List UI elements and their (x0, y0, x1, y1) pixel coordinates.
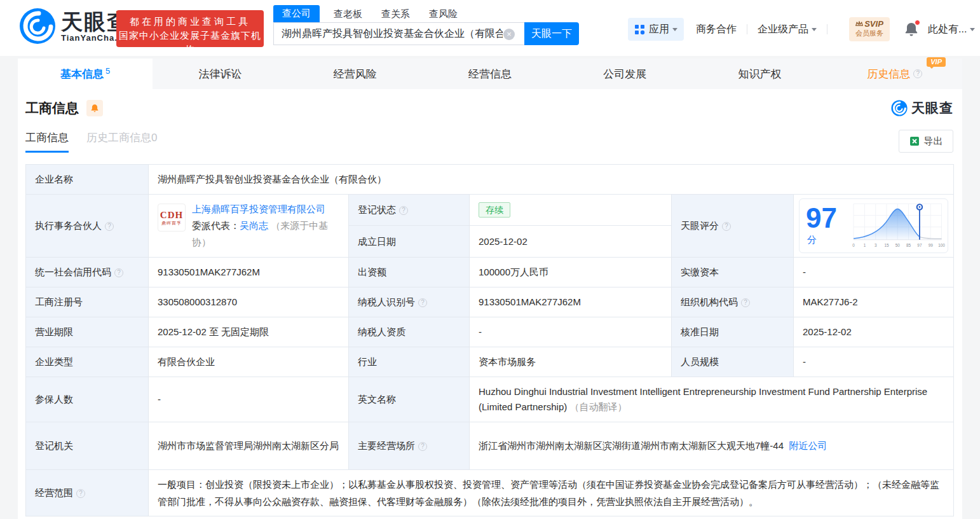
divider (827, 24, 827, 34)
tab-intellectual-property[interactable]: 知识产权 (692, 59, 827, 89)
section-title: 工商信息 (25, 99, 79, 117)
tab-history-info[interactable]: 历史信息 VIP (827, 59, 962, 89)
field-label: 登记状态 (349, 195, 470, 226)
search-tab-risk[interactable]: 查风险 (429, 6, 458, 22)
field-label: 行业 (349, 347, 470, 377)
vip-badge: VIP (927, 57, 946, 67)
svg-text:1: 1 (864, 243, 866, 247)
insured-value: - (149, 377, 349, 422)
company-type-value: 有限合伙企业 (149, 347, 349, 377)
reg-no-value: 330508000312870 (149, 287, 349, 317)
company-detail-card: 基本信息 5 法律诉讼 经营风险 经营信息 公司发展 知识产权 历史信息 VIP… (18, 59, 962, 519)
tianyancha-watermark: 天眼查 (891, 99, 953, 117)
svg-text:15: 15 (885, 243, 890, 247)
executive-partner-cell: CDH 鼎晖百孚 上海鼎晖百孚投资管理有限公司 委派代表：吴尚志 （来源于中基协… (149, 195, 349, 258)
notifications-bell-icon[interactable] (904, 22, 919, 37)
field-label: 纳税人资质 (349, 317, 470, 347)
company-name: 湖州鼎晖产投具智创业投资基金合伙企业（有限合伙） (149, 165, 954, 195)
delegate-link[interactable]: 吴尚志 (240, 220, 268, 231)
crown-icon (855, 21, 863, 27)
apps-menu[interactable]: 应用 (628, 18, 684, 41)
chevron-down-icon (672, 28, 677, 31)
chevron-down-icon (812, 28, 817, 31)
search-input[interactable] (273, 22, 524, 45)
field-label: 经营范围 (26, 470, 149, 516)
export-button[interactable]: 导出 (899, 130, 953, 153)
svg-text:50: 50 (895, 243, 901, 247)
search-button[interactable]: 天眼一下 (524, 22, 579, 45)
divider (690, 24, 690, 34)
nav-enterprise-products[interactable]: 企业级产品 (758, 23, 817, 36)
help-icon[interactable] (105, 222, 114, 231)
table-row: 企业类型 有限合伙企业 行业 资本市场服务 人员规模 - (26, 347, 954, 377)
org-code-value: MAK277J6-2 (794, 287, 954, 317)
table-row: 统一社会信用代码 91330501MAK277J62M 出资额 100000万人… (26, 258, 954, 287)
taxpayer-quality-value: - (470, 317, 672, 347)
svg-text:100: 100 (938, 243, 945, 247)
help-icon[interactable] (399, 206, 408, 215)
table-row: 经营范围 一般项目：创业投资（限投资未上市企业）；以私募基金从事股权投资、投资管… (26, 470, 954, 516)
user-menu[interactable]: 此处有... (928, 23, 975, 36)
field-label: 参保人数 (26, 377, 149, 422)
help-icon[interactable] (76, 489, 85, 498)
industry-value: 资本市场服务 (470, 347, 672, 377)
field-label: 营业期限 (26, 317, 149, 347)
chevron-down-icon (970, 28, 975, 31)
field-label: 核准日期 (672, 317, 794, 347)
field-label: 实缴资本 (672, 258, 794, 287)
field-label: 主要经营场所 (349, 422, 470, 470)
search-tab-company[interactable]: 查公司 (273, 5, 320, 22)
notification-red-dot (915, 20, 920, 25)
registration-status: 存续 (470, 195, 672, 226)
table-row: 执行事务合伙人 CDH 鼎晖百孚 上海鼎晖百孚投资管理有限公司 委派代表：吴尚志… (26, 195, 954, 226)
help-icon[interactable] (114, 268, 123, 277)
sub-tabbar: 工商信息 历史工商信息0 导出 (25, 128, 953, 154)
executive-partner-link[interactable]: 上海鼎晖百孚投资管理有限公司 (192, 204, 325, 214)
help-icon[interactable] (913, 69, 922, 78)
help-icon[interactable] (418, 442, 427, 451)
uscc-value: 91330501MAK277J62M (149, 258, 349, 287)
field-label: 登记机关 (26, 422, 149, 470)
field-label: 工商注册号 (26, 287, 149, 317)
search-tab-relation[interactable]: 查关系 (381, 6, 410, 22)
field-label: 企业名称 (26, 165, 149, 195)
search-tab-boss[interactable]: 查老板 (334, 6, 362, 22)
subtab-history-business-info[interactable]: 历史工商信息0 (86, 130, 157, 153)
svg-text:97: 97 (917, 243, 922, 247)
help-icon[interactable] (741, 298, 750, 307)
header-nav: 应用 商务合作 企业级产品 SVIP 会员服务 此处有... (628, 17, 975, 41)
nav-business-cooperation[interactable]: 商务合作 (696, 23, 737, 36)
subtab-business-info[interactable]: 工商信息 (25, 130, 69, 153)
apps-grid-icon (634, 24, 645, 35)
nearby-companies-link[interactable]: 附近公司 (789, 440, 827, 451)
search-tabs: 查公司 查老板 查关系 查风险 (273, 4, 579, 22)
establish-date: 2025-12-02 (470, 226, 672, 258)
approval-date-value: 2025-12-02 (794, 317, 954, 347)
partner-logo: CDH 鼎晖百孚 (158, 204, 186, 232)
search-area: 查公司 查老板 查关系 查风险 天眼一下 (273, 4, 579, 45)
field-label: 英文名称 (349, 377, 470, 422)
tab-operating-risk[interactable]: 经营风险 (288, 59, 423, 89)
help-icon[interactable] (418, 298, 427, 307)
field-label: 执行事务合伙人 (26, 195, 149, 258)
field-label: 天眼评分 (672, 195, 794, 258)
tab-basic-info[interactable]: 基本信息 5 (18, 59, 153, 89)
section-header: 工商信息 天眼查 (25, 95, 953, 121)
field-label: 企业类型 (26, 347, 149, 377)
clear-search-icon[interactable] (503, 29, 515, 40)
svg-text:0: 0 (852, 243, 855, 247)
excel-icon (909, 136, 920, 146)
monitor-bell-button[interactable] (86, 100, 103, 116)
tab-count-badge: 5 (105, 66, 110, 76)
help-icon[interactable] (722, 222, 731, 231)
tab-operating-info[interactable]: 经营信息 (423, 59, 557, 89)
tab-company-development[interactable]: 公司发展 (557, 59, 692, 89)
bell-icon (90, 104, 99, 113)
registration-authority-value: 湖州市市场监督管理局湖州南太湖新区分局 (149, 422, 349, 470)
business-scope-value: 一般项目：创业投资（限投资未上市企业）；以私募基金从事股权投资、投资管理、资产管… (149, 470, 954, 516)
field-label: 人员规模 (672, 347, 794, 377)
svip-membership-badge[interactable]: SVIP 会员服务 (849, 17, 890, 41)
tab-legal-proceedings[interactable]: 法律诉讼 (153, 59, 287, 89)
table-row: 企业名称 湖州鼎晖产投具智创业投资基金合伙企业（有限合伙） (26, 165, 954, 195)
business-term-value: 2025-12-02 至 无固定期限 (149, 317, 349, 347)
